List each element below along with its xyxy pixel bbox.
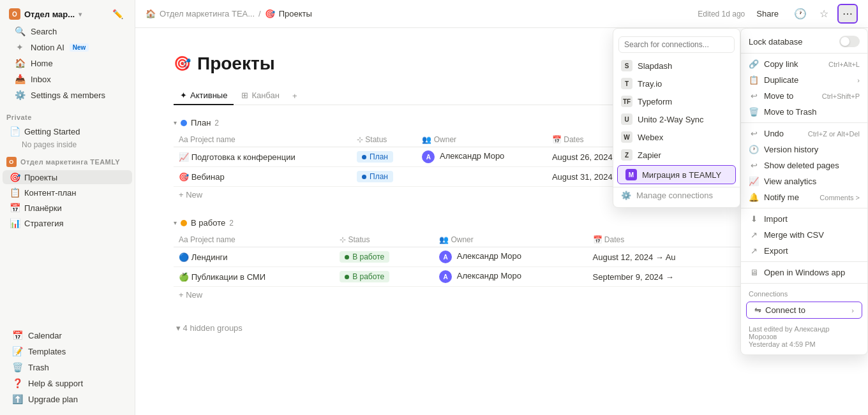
sidebar-item-home[interactable]: 🏠 Home — [8, 55, 127, 71]
conn-item-slapdash[interactable]: S Slapdash — [613, 57, 740, 75]
conn-item-tray[interactable]: T Tray.io — [613, 75, 740, 92]
status-work-dot-1 — [345, 255, 349, 259]
strategy-label: Стратегия — [24, 219, 64, 228]
merge-csv-menu-item[interactable]: ↗ Merge with CSV — [741, 227, 867, 243]
sidebar-item-content-plan[interactable]: 📋 Контент-план — [3, 186, 132, 200]
work-new-row-button[interactable]: + New — [174, 287, 830, 303]
undo-menu-item[interactable]: ↩ Undo Ctrl+Z or Alt+Del — [741, 126, 867, 142]
conn-item-unito[interactable]: U Unito 2-Way Sync — [613, 110, 740, 128]
owner-avatar-w2: А — [439, 270, 452, 283]
version-history-icon: 🕐 — [749, 145, 759, 154]
status-badge-work-2: В работе — [340, 271, 389, 282]
menu-divider-5 — [741, 283, 867, 284]
table-row[interactable]: 🍏 Публикации в СМИ В работе А Александр … — [174, 267, 830, 287]
notify-me-menu-item[interactable]: 🔔 Notify me Comments > — [741, 189, 867, 205]
export-label: Export — [764, 246, 788, 256]
sidebar-item-notion-ai[interactable]: ✦ Notion AI New — [8, 40, 127, 55]
group-work-header[interactable]: ▾ В работе 2 — [174, 218, 830, 228]
version-history-menu-item[interactable]: 🕐 Version history — [741, 142, 867, 157]
clock-icon-button[interactable]: 🕐 — [790, 5, 811, 22]
sidebar-item-trash[interactable]: 🗑️ Trash — [5, 360, 130, 375]
breadcrumb-page[interactable]: Проекты — [279, 9, 312, 18]
conn-item-teamly[interactable]: M Миграция в TEAMLY — [617, 165, 736, 184]
new-badge: New — [70, 43, 89, 52]
sidebar-item-inbox[interactable]: 📥 Inbox — [8, 71, 127, 87]
conn-item-typeform[interactable]: TF Typeform — [613, 92, 740, 110]
sidebar-item-upgrade[interactable]: ⬆️ Upgrade plan — [5, 391, 130, 407]
duplicate-menu-item[interactable]: 📋 Duplicate › — [741, 72, 867, 88]
connect-to-icon: ⇋ — [754, 305, 761, 315]
sidebar-item-search[interactable]: 🔍 Search — [8, 24, 127, 39]
export-menu-item[interactable]: ↗ Export — [741, 243, 867, 259]
calendar-label: Calendar — [28, 331, 62, 340]
sidebar-item-templates[interactable]: 📝 Templates — [5, 344, 130, 359]
share-button[interactable]: Share — [750, 6, 785, 21]
sidebar-item-settings[interactable]: ⚙️ Settings & members — [8, 87, 127, 103]
group-plan-label: План — [191, 118, 211, 127]
strategy-icon: 📊 — [9, 218, 20, 228]
more-options-button[interactable]: ⋯ — [837, 4, 858, 24]
star-icon-button[interactable]: ☆ — [816, 5, 832, 22]
breadcrumb-workspace[interactable]: Отдел маркетинга ТЕА... — [160, 9, 255, 18]
copy-link-menu-item[interactable]: 🔗 Copy link Ctrl+Alt+L — [741, 56, 867, 72]
conn-zapier-icon: Z — [621, 149, 632, 161]
workspace-avatar: О — [9, 8, 20, 20]
duplicate-arrow-icon: › — [857, 76, 860, 84]
connect-to-arrow-icon: › — [851, 307, 854, 314]
move-to-trash-menu-item[interactable]: 🗑️ Move to Trash — [741, 104, 867, 120]
page-title: Проекты — [197, 54, 275, 74]
sidebar-item-projects[interactable]: 🎯 Проекты — [3, 170, 132, 184]
open-windows-label: Open in Windows app — [764, 268, 845, 277]
sidebar-item-getting-started[interactable]: 📄 Getting Started — [3, 124, 132, 138]
connections-search-input[interactable] — [618, 36, 735, 53]
templates-icon: 📝 — [11, 346, 23, 356]
move-to-menu-item[interactable]: ↩ Move to Ctrl+Shift+P — [741, 88, 867, 104]
tab-add-button[interactable]: + — [287, 87, 303, 105]
manage-connections-button[interactable]: ⚙️ Manage connections — [613, 187, 740, 203]
show-deleted-menu-item[interactable]: ↩ Show deleted pages — [741, 157, 867, 173]
sidebar-top: О Отдел мар... ▾ ✏️ 🔍 Search ✦ Notion AI… — [0, 0, 135, 106]
group-in-work: ▾ В работе 2 Aa Project name ⊹ Status 👥 … — [174, 218, 830, 303]
row-plan-1-name: 📈 Подготовка к конференции — [174, 147, 352, 167]
private-section-label: Private — [0, 106, 135, 124]
conn-teamly-label: Миграция в TEAMLY — [642, 170, 721, 180]
sidebar-item-schedule[interactable]: 📅 Планёрки — [3, 201, 132, 215]
workspace-switcher[interactable]: О Отдел мар... ▾ ✏️ — [5, 5, 130, 23]
undo-label: Undo — [764, 129, 784, 138]
tab-active-icon: ✦ — [180, 91, 187, 100]
connections-submenu: S Slapdash T Tray.io TF Typeform U Unito… — [613, 28, 740, 208]
notify-me-right: Comments > — [819, 194, 860, 201]
projects-icon: 🎯 — [9, 172, 20, 182]
connect-to-button[interactable]: ⇋ Connect to › — [746, 302, 862, 319]
conn-typeform-icon: TF — [621, 96, 632, 107]
notify-me-label: Notify me — [764, 193, 799, 202]
sidebar-item-strategy[interactable]: 📊 Стратегия — [3, 216, 132, 230]
lock-db-toggle[interactable] — [839, 36, 860, 47]
sidebar-item-help[interactable]: ❓ Help & support — [5, 375, 130, 391]
copy-link-shortcut: Ctrl+Alt+L — [828, 61, 860, 68]
upgrade-icon: ⬆️ — [11, 394, 23, 404]
top-bar: 🏠 Отдел маркетинга ТЕА... / 🎯 Проекты Ed… — [135, 0, 868, 28]
tab-kanban[interactable]: ⊞ Канбан — [235, 87, 286, 105]
menu-divider-4 — [741, 261, 867, 262]
tab-active[interactable]: ✦ Активные — [174, 87, 234, 105]
duplicate-icon: 📋 — [749, 75, 759, 85]
group-plan-chevron-icon: ▾ — [174, 119, 177, 126]
table-row[interactable]: 🔵 Лендинги В работе А Александр Моро Aug… — [174, 247, 830, 267]
calendar-icon: 📅 — [11, 330, 23, 340]
new-page-icon[interactable]: ✏️ — [110, 8, 126, 20]
hidden-groups-toggle[interactable]: ▾ 4 hidden groups — [174, 318, 830, 338]
conn-zapier-label: Zapier — [638, 150, 661, 160]
sidebar-item-calendar[interactable]: 📅 Calendar — [5, 328, 130, 343]
conn-item-webex[interactable]: W Webex — [613, 128, 740, 146]
conn-slapdash-icon: S — [621, 60, 632, 71]
connections-section-label: Connections — [741, 286, 867, 299]
status-badge-work-1: В работе — [340, 251, 389, 263]
conn-webex-icon: W — [621, 131, 632, 143]
open-windows-menu-item[interactable]: 🖥 Open in Windows app — [741, 265, 867, 280]
view-analytics-menu-item[interactable]: 📈 View analytics — [741, 173, 867, 189]
workspace-name-display: О Отдел мар... ▾ — [9, 8, 82, 20]
conn-item-zapier[interactable]: Z Zapier — [613, 146, 740, 164]
search-icon: 🔍 — [14, 26, 26, 36]
import-menu-item[interactable]: ⬇ Import — [741, 211, 867, 227]
